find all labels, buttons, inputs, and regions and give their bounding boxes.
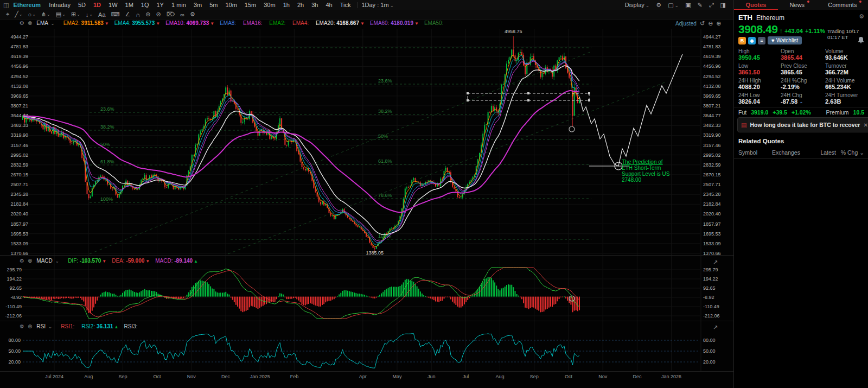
arrow-tool[interactable]: ↓⌄ [83,11,95,18]
timeframe-30m[interactable]: 30m [260,2,279,8]
link-tool[interactable]: ∞ [177,11,187,18]
col-latest[interactable]: Latest [808,149,836,156]
svg-text:4294.52: 4294.52 [10,74,28,79]
main-chart-svg[interactable]: 23.6%38.2%50%61.8%100%23.6%38.2%50%61.8%… [0,0,733,388]
timeframe-1h[interactable]: 1h [279,2,293,8]
fut-price: 3919.0 [751,109,768,116]
timeframe-3m[interactable]: 3m [190,2,206,8]
timeframe-5D[interactable]: 5D [74,2,90,8]
timeframe-5m[interactable]: 5m [206,2,221,8]
svg-text:Nov: Nov [598,374,608,379]
measure-tool[interactable]: ⊞⌄ [68,11,83,18]
ema-settings-icon[interactable]: ⚙ [20,20,24,26]
period-select[interactable]: 1Day : 1m⌄ [361,2,394,8]
magnet-tool[interactable]: ∩ [133,11,143,18]
draw-settings[interactable]: ⚙ [187,11,198,18]
news-banner-text[interactable]: How long does it take for BTC to recover… [750,122,860,128]
chart-settings-icon[interactable]: ⚙ [656,2,661,9]
svg-text:Oct: Oct [565,374,573,379]
alert-bell-icon[interactable] [858,36,864,44]
line-tool[interactable]: ╱⌄ [12,11,25,18]
svg-text:3969.65: 3969.65 [703,93,721,99]
measure-tool-icon: ⊞ [71,11,76,18]
timeframe-Intraday[interactable]: Intraday [45,2,74,8]
display-menu[interactable]: Display⌄ [625,2,650,8]
timeframe-1Q[interactable]: 1Q [137,2,153,8]
timeframe-10m[interactable]: 10m [221,2,240,8]
cursor-tool[interactable]: ⌖ [3,11,12,18]
fullscreen-icon[interactable]: ⤢ [709,2,714,9]
svg-text:2670.15: 2670.15 [703,172,721,177]
svg-text:2995.02: 2995.02 [703,152,721,158]
svg-text:2832.59: 2832.59 [703,162,721,168]
note-tool[interactable]: ▤⌄ [53,11,68,18]
svg-text:Nov: Nov [187,374,196,379]
delete-drawings-tool-icon: ⌦ [167,11,175,18]
continuous-draw-tool[interactable]: ⊚ [143,11,153,18]
timeframe-2h[interactable]: 2h [293,2,308,8]
delete-drawings-tool[interactable]: ⌦ [164,11,178,18]
svg-text:Sep: Sep [118,374,127,379]
tab-news[interactable]: News [788,1,807,9]
window-icon[interactable]: ◫ [0,2,12,9]
col-exchanges[interactable]: Exchanges [772,149,808,156]
macd-close-icon[interactable]: ⊗ [28,258,32,264]
tab-quotes[interactable]: Quotes [744,1,769,9]
ema-close-icon[interactable]: ⊗ [28,20,32,26]
watchlist-button[interactable]: ♥Watchlist [768,36,802,44]
zoom-in-icon[interactable]: ⊕ [716,20,721,27]
panel-toggle-icon[interactable]: ◨ [720,2,726,9]
angle-tool[interactable]: ∠ [122,11,133,18]
pitchfork-tool[interactable]: ⋔⌄ [39,11,53,18]
news-close-icon[interactable]: ✕ [864,122,868,128]
macd-indicator-name[interactable]: MACD ⌄ [36,258,59,264]
timeframe-Tick[interactable]: Tick [336,2,355,8]
draw-icon[interactable]: ✎ [698,2,703,9]
timeframe-1min[interactable]: 1 min [168,2,190,8]
price-change-pct: +1.11% [805,28,825,34]
stat-24HChg: 24H %Chg-2.19% [781,78,825,91]
news-banner[interactable]: ▤ How long does it take for BTC to recov… [737,117,868,132]
shape-tool[interactable]: ○⌄ [25,11,39,18]
svg-text:Oct: Oct [154,374,162,379]
col-pctchg[interactable]: % Chg ⌄ [836,149,864,156]
stat-PrevClose: Prev Close3865.45 [781,63,825,76]
badge-row: B◆≡ ♥Watchlist [738,36,802,44]
timeframe-1D[interactable]: 1D [90,2,105,8]
up-arrow-icon: ↑ [779,27,783,35]
svg-text:4958.75: 4958.75 [505,29,522,34]
zoom-out-icon[interactable]: ⊖ [708,20,713,27]
timeframe-1Y[interactable]: 1Y [153,2,168,8]
rsi-settings-icon[interactable]: ⚙ [20,323,24,329]
layout-icon[interactable]: ▢⌄ [668,2,679,9]
adjusted-label[interactable]: Adjusted [675,21,697,27]
symbol-tab[interactable]: Ethereum [12,2,45,8]
collapse-chevron-icon[interactable]: ⌃ [734,101,868,107]
timeframe-1W[interactable]: 1W [105,2,122,8]
text-tool[interactable]: Aa [95,11,108,18]
quote-settings-icon[interactable]: ⚙ [859,13,864,20]
comment-tool[interactable]: ⌨ [108,11,123,18]
svg-text:3644.77: 3644.77 [703,113,721,118]
ema-indicator-name[interactable]: EMA ⌄ [36,20,54,26]
timeframe-1M[interactable]: 1M [122,2,137,8]
tab-comments[interactable]: Comments [826,1,859,9]
indicator-value: RSI1: [61,323,76,329]
rsi-close-icon[interactable]: ⊗ [28,323,32,329]
timeframe-4h[interactable]: 4h [322,2,336,8]
timeframe-3h[interactable]: 3h [308,2,322,8]
svg-text:-110.49: -110.49 [5,304,22,309]
rsi-indicator-name[interactable]: RSI ⌄ [36,323,52,329]
fut-label: Fut [738,109,746,116]
svg-text:20.00: 20.00 [703,359,716,365]
macd-expand-icon[interactable]: ↗ [713,259,718,266]
svg-text:50%: 50% [378,133,388,139]
timeframe-15m[interactable]: 15m [241,2,260,8]
screenshot-icon[interactable]: ▣ [685,2,691,9]
undo-icon[interactable]: ↺ [700,20,705,27]
rsi-expand-icon[interactable]: ↗ [713,324,718,331]
macd-settings-icon[interactable]: ⚙ [20,258,24,264]
svg-text:20.00: 20.00 [8,359,21,365]
col-symbol[interactable]: Symbol [738,149,772,156]
hide-drawings-tool[interactable]: ⊘ [153,11,163,18]
